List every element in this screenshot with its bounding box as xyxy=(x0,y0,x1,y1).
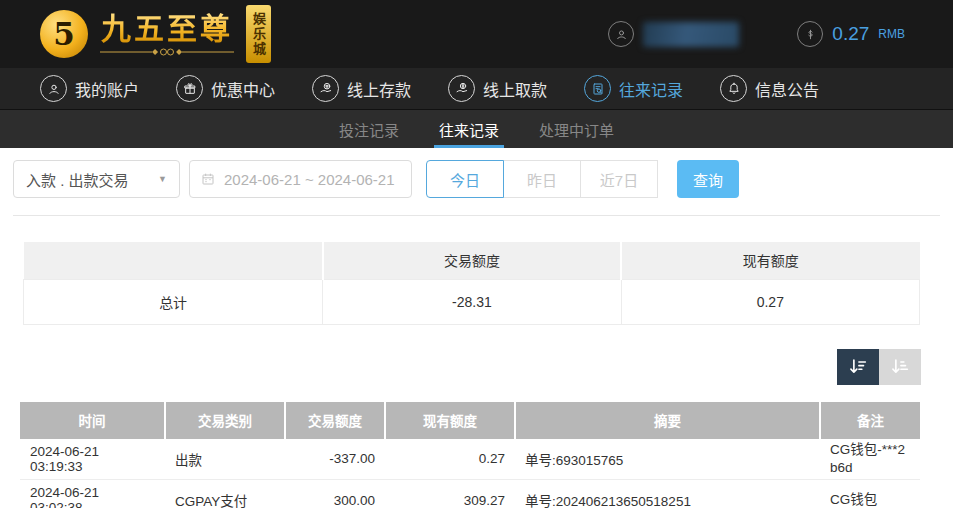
cell-amount: 300.00 xyxy=(285,480,385,508)
col-type: 交易类别 xyxy=(165,402,285,439)
col-note: 备注 xyxy=(820,402,920,439)
brand-tagline: 娱乐城 xyxy=(246,5,271,63)
quick-range-button[interactable]: 今日 xyxy=(426,160,504,198)
calendar-icon xyxy=(200,171,216,187)
balance-display[interactable]: 0.27 RMB xyxy=(797,21,905,47)
site-logo[interactable]: 5 九五至尊 娱乐城 xyxy=(40,5,271,63)
cell-time: 2024-06-21 03:19:33 xyxy=(20,439,165,480)
nav-item[interactable]: 优惠中心 xyxy=(176,75,275,102)
cell-time: 2024-06-21 03:02:38 xyxy=(20,480,165,508)
cell-balance: 0.27 xyxy=(385,439,515,480)
user-icon xyxy=(608,21,634,47)
table-row: 2024-06-21 03:19:33 出款 -337.00 0.27 单号:6… xyxy=(20,439,920,480)
sort-ascending-icon xyxy=(889,356,911,378)
quick-range-group: 今日 昨日 近7日 xyxy=(426,160,658,198)
gift-icon xyxy=(176,75,203,102)
dollar-coin-icon xyxy=(797,21,823,47)
username-redacted xyxy=(643,22,739,47)
col-summary: 摘要 xyxy=(515,402,820,439)
record-tab[interactable]: 往来记录 xyxy=(436,110,502,148)
sort-ascending-button[interactable] xyxy=(879,349,921,385)
sort-controls xyxy=(0,349,921,385)
transaction-type-select[interactable]: 入款 . 出款交易 ▼ xyxy=(13,160,180,198)
user-icon xyxy=(40,75,67,102)
nav-item-label: 信息公告 xyxy=(755,77,819,101)
top-header: 5 九五至尊 娱乐城 0.27 RMB xyxy=(0,0,953,68)
deposit-icon xyxy=(312,75,339,102)
record-icon xyxy=(584,75,611,102)
records-header-row: 时间 交易类别 交易额度 现有额度 摘要 备注 xyxy=(20,402,920,439)
col-amount: 交易额度 xyxy=(285,402,385,439)
cell-type: CGPAY支付 xyxy=(165,480,285,508)
brand-name: 九五至尊 xyxy=(101,12,233,46)
balance-amount: 0.27 xyxy=(832,23,869,45)
summary-header-transaction: 交易额度 xyxy=(323,242,621,279)
balance-currency: RMB xyxy=(878,27,905,41)
cell-note: CG钱包-***2b6d xyxy=(820,439,920,480)
nav-item[interactable]: 线上存款 xyxy=(312,75,411,102)
account-chip[interactable] xyxy=(608,21,739,47)
cell-note: CG钱包 xyxy=(820,480,920,508)
summary-total-balance: 0.27 xyxy=(621,279,919,324)
quick-range-button[interactable]: 昨日 xyxy=(503,160,581,198)
bell-icon xyxy=(720,75,747,102)
record-tab-label: 处理中订单 xyxy=(539,119,614,140)
main-nav: 我的账户 优惠中心 线上存款 线上取款 往来记录 xyxy=(0,68,953,110)
logo-badge: 5 xyxy=(40,10,88,58)
summary-header-balance: 现有额度 xyxy=(621,242,919,279)
cell-balance: 309.27 xyxy=(385,480,515,508)
nav-item-label: 线上取款 xyxy=(483,77,547,101)
record-tab-label: 投注记录 xyxy=(339,119,399,140)
quick-range-button[interactable]: 近7日 xyxy=(580,160,658,198)
flourish-ornament xyxy=(98,47,236,57)
nav-item-label: 往来记录 xyxy=(619,77,683,101)
record-tab[interactable]: 投注记录 xyxy=(336,110,402,148)
divider xyxy=(13,215,940,216)
cell-amount: -337.00 xyxy=(285,439,385,480)
summary-table: 交易额度 现有额度 总计 -28.31 0.27 xyxy=(23,242,920,325)
filter-row: 入款 . 出款交易 ▼ 2024-06-21 ~ 2024-06-21 今日 昨… xyxy=(13,160,953,198)
col-time: 时间 xyxy=(20,402,165,439)
nav-item[interactable]: 信息公告 xyxy=(720,75,819,102)
date-range-input[interactable]: 2024-06-21 ~ 2024-06-21 xyxy=(189,160,412,198)
summary-total-transaction: -28.31 xyxy=(323,279,621,324)
sort-descending-button[interactable] xyxy=(837,349,879,385)
sort-descending-icon xyxy=(847,356,869,378)
summary-total-row: 总计 -28.31 0.27 xyxy=(24,279,920,324)
transaction-type-value: 入款 . 出款交易 xyxy=(26,169,129,190)
summary-total-label: 总计 xyxy=(24,279,323,324)
nav-item[interactable]: 往来记录 xyxy=(584,75,683,102)
chevron-down-icon: ▼ xyxy=(158,174,167,184)
col-balance: 现有额度 xyxy=(385,402,515,439)
record-tab-label: 往来记录 xyxy=(439,119,499,140)
nav-item[interactable]: 我的账户 xyxy=(40,75,139,102)
summary-header-empty xyxy=(24,242,323,279)
content: 入款 . 出款交易 ▼ 2024-06-21 ~ 2024-06-21 今日 昨… xyxy=(0,160,953,508)
date-range-value: 2024-06-21 ~ 2024-06-21 xyxy=(224,171,395,188)
summary-header-row: 交易额度 现有额度 xyxy=(24,242,920,279)
nav-item[interactable]: 线上取款 xyxy=(448,75,547,102)
nav-item-label: 我的账户 xyxy=(75,77,139,101)
records-table: 时间 交易类别 交易额度 现有额度 摘要 备注 2024-06-21 03:19… xyxy=(20,402,920,508)
record-tab[interactable]: 处理中订单 xyxy=(536,110,617,148)
nav-item-label: 线上存款 xyxy=(347,77,411,101)
table-row: 2024-06-21 03:02:38 CGPAY支付 300.00 309.2… xyxy=(20,480,920,508)
record-tabs: 投注记录 往来记录 处理中订单 xyxy=(0,110,953,148)
cell-summary: 单号:693015765 xyxy=(515,439,820,480)
withdraw-icon xyxy=(448,75,475,102)
cell-type: 出款 xyxy=(165,439,285,480)
nav-item-label: 优惠中心 xyxy=(211,77,275,101)
query-button[interactable]: 查询 xyxy=(677,160,739,198)
cell-summary: 单号:202406213650518251 xyxy=(515,480,820,508)
